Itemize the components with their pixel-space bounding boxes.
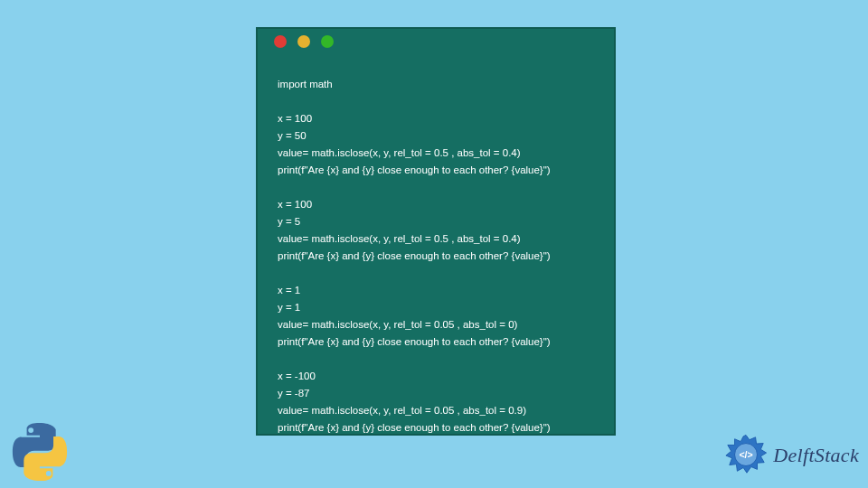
delftstack-logo-icon: </> [724, 434, 768, 477]
code-content: import math x = 100 y = 50 value= math.i… [258, 65, 614, 436]
minimize-icon[interactable] [297, 35, 310, 48]
delftstack-badge: </> DelftStack [724, 434, 859, 477]
maximize-icon[interactable] [321, 35, 334, 48]
close-icon[interactable] [274, 35, 287, 48]
delftstack-text: DelftStack [773, 444, 859, 467]
svg-text:</>: </> [740, 449, 753, 460]
window-titlebar [258, 29, 614, 54]
code-window: import math x = 100 y = 50 value= math.i… [256, 27, 616, 436]
python-logo-icon [7, 419, 72, 484]
